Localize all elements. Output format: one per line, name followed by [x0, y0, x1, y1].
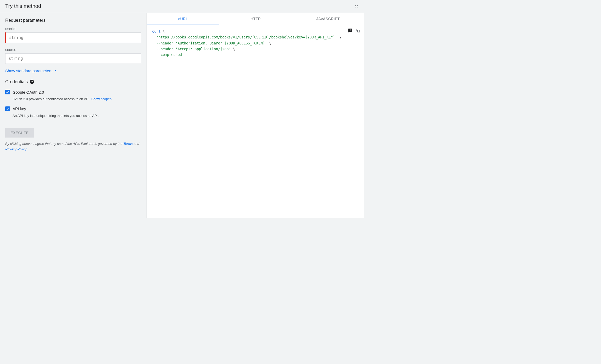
apikey-label: API key: [13, 106, 26, 111]
collapse-icon[interactable]: [354, 4, 359, 9]
param-label-source: source: [5, 48, 141, 52]
show-standard-params-toggle[interactable]: Show standard parameters: [5, 69, 57, 73]
param-label-userid: userId: [5, 27, 141, 31]
show-standard-params-label: Show standard parameters: [5, 69, 52, 73]
show-scopes-link[interactable]: Show scopes: [91, 96, 115, 102]
page-title: Try this method: [5, 3, 41, 9]
source-input[interactable]: [5, 53, 141, 64]
apikey-desc: An API key is a unique string that lets …: [13, 113, 141, 118]
oauth-label: Google OAuth 2.0: [13, 90, 44, 94]
code-sample: curl \ 'https://books.googleapis.com/boo…: [147, 25, 364, 218]
request-params-heading: Request parameters: [5, 18, 141, 23]
tab-javascript[interactable]: JAVASCRIPT: [292, 13, 364, 25]
chevron-down-icon: [54, 69, 57, 73]
oauth-desc: OAuth 2.0 provides authenticated access …: [13, 97, 91, 101]
credentials-heading: Credentials: [5, 79, 28, 84]
userid-input[interactable]: [5, 32, 141, 43]
agree-text: By clicking above, I agree that my use o…: [5, 141, 141, 152]
chevron-down-icon: [113, 98, 115, 100]
feedback-icon[interactable]: [348, 28, 353, 33]
tab-http[interactable]: HTTP: [219, 13, 292, 25]
terms-link[interactable]: Terms: [123, 142, 133, 146]
tab-curl[interactable]: cURL: [147, 13, 219, 25]
copy-icon[interactable]: [355, 28, 361, 33]
execute-button[interactable]: EXECUTE: [5, 128, 34, 138]
apikey-checkbox[interactable]: [5, 106, 10, 111]
svg-rect-0: [358, 30, 360, 32]
privacy-link[interactable]: Privacy Policy: [5, 147, 26, 151]
oauth-checkbox[interactable]: [5, 90, 10, 94]
help-icon[interactable]: ?: [30, 80, 34, 84]
